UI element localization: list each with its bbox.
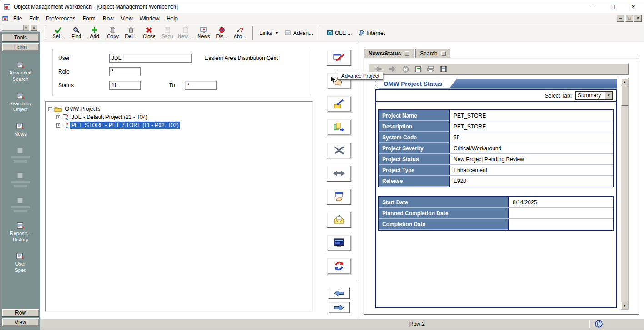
minimize-icon[interactable]: ─ — [582, 0, 603, 13]
omw-action-button-4[interactable] — [327, 119, 351, 135]
close-form-button[interactable]: Close — [140, 25, 158, 41]
tab-news-status[interactable]: News/Status — [364, 49, 414, 58]
menu-help[interactable]: Help — [163, 14, 181, 24]
omw-action-button-1[interactable] — [327, 49, 351, 66]
open-envelope-icon — [333, 215, 345, 225]
vertical-scrollbar[interactable]: ▲ ▼ — [621, 78, 629, 310]
forward-icon[interactable] — [388, 66, 396, 72]
menu-view[interactable]: View — [117, 14, 136, 24]
mdi-minimize-icon[interactable]: ─ — [617, 15, 624, 22]
ole-button[interactable]: OLE ... — [324, 26, 355, 40]
row-button[interactable]: Row — [2, 309, 39, 317]
status-from-input[interactable] — [109, 81, 141, 90]
banner-ribbon — [449, 79, 617, 88]
plus-icon — [91, 27, 98, 33]
dispatch-button[interactable]: Dis... — [213, 25, 231, 41]
back-icon[interactable] — [374, 66, 382, 72]
next-button[interactable] — [328, 302, 350, 313]
advanced-button[interactable]: Advan... — [282, 26, 316, 40]
trash-icon — [127, 27, 135, 33]
tree-node-default-project[interactable]: + JDE - Default Project (21 - T04) — [56, 113, 310, 121]
role-input[interactable] — [109, 67, 141, 76]
expand-icon[interactable]: + — [56, 115, 60, 119]
hand-window-icon — [333, 192, 345, 202]
omw-action-button-10[interactable] — [327, 258, 351, 274]
omw-action-button-6[interactable] — [327, 165, 351, 182]
maximize-icon[interactable]: □ — [603, 0, 623, 13]
omw-action-button-8[interactable] — [327, 212, 351, 228]
stop-icon[interactable] — [402, 66, 409, 73]
omw-action-button-7[interactable] — [327, 188, 351, 205]
select-tab-combo[interactable]: Summary ▼ — [575, 91, 613, 100]
menu-preferences[interactable]: Preferences — [42, 14, 79, 24]
menu-window[interactable]: Window — [136, 14, 163, 24]
chevron-down-icon[interactable]: ▼ — [605, 92, 612, 99]
scroll-down-icon[interactable]: ▼ — [621, 302, 628, 309]
menu-form[interactable]: Form — [79, 14, 99, 24]
menu-row[interactable]: Row — [99, 14, 117, 24]
table-row: Planned Completion Date — [379, 208, 613, 219]
status-label: Status — [58, 82, 109, 89]
mdi-close-icon[interactable]: × — [634, 15, 642, 22]
toolbar-combo[interactable]: ▼ — [2, 25, 29, 31]
chevron-down-icon: ▼ — [275, 31, 279, 35]
table-row: Project Severity Critical/Workaround — [379, 143, 613, 154]
selected-tree-node[interactable]: PET_STORE - PET_STORE (11 - P02, T02) — [70, 122, 180, 129]
menu-file[interactable]: File — [10, 14, 25, 24]
project-panel: User Eastern Area Distribution Cent Role… — [40, 42, 319, 318]
app-window: Object Management Workbench - [Object Ma… — [0, 0, 644, 330]
title-bar: Object Management Workbench - [Object Ma… — [0, 0, 644, 13]
status-bar: Row:2 — [40, 318, 644, 330]
sidebar-item-repository-history[interactable]: Reposit... History — [10, 222, 31, 243]
tools-button[interactable]: Tools — [2, 34, 39, 42]
sequence-page-icon — [164, 27, 171, 33]
print-icon[interactable] — [427, 66, 434, 72]
expand-icon[interactable]: + — [56, 123, 60, 128]
mdi-restore-icon[interactable]: □ — [625, 15, 633, 22]
sidebar-item-user-spec[interactable]: User Spec — [15, 253, 26, 274]
find-icon — [73, 27, 80, 33]
sequence-button: Segu — [158, 25, 176, 41]
close-icon[interactable]: × — [623, 0, 644, 13]
delete-button[interactable]: Del... — [122, 25, 140, 41]
tree-node-pet-store[interactable]: + PET_STORE - PET_STORE (11 - P02, T02) — [56, 121, 310, 129]
arrow-right-icon — [334, 304, 344, 311]
links-dropdown[interactable]: Links ▼ — [256, 26, 282, 40]
toolbar-separator — [252, 26, 253, 40]
statusbar-separator — [589, 320, 590, 328]
tree-root[interactable]: - OMW Projects — [48, 105, 310, 113]
tab-search[interactable]: Search — [415, 49, 450, 58]
sidebar-item-advanced-search[interactable]: Advanced Search — [10, 62, 32, 83]
form-button[interactable]: Form — [2, 43, 39, 51]
scrollbar-thumb[interactable] — [621, 86, 628, 106]
news-button[interactable]: News — [195, 25, 213, 41]
about-button[interactable]: ? Abo... — [231, 25, 249, 41]
omw-action-button-9[interactable] — [327, 235, 351, 251]
user-input[interactable] — [109, 54, 192, 63]
toolbar-grip[interactable] — [44, 27, 45, 39]
sidebar-item-disabled-2 — [11, 172, 30, 187]
add-button[interactable]: Add — [85, 25, 104, 41]
find-button[interactable]: Find — [67, 25, 85, 41]
view-button[interactable]: View — [2, 318, 39, 326]
menu-edit[interactable]: Edit — [25, 14, 42, 24]
scroll-up-icon[interactable]: ▲ — [621, 78, 628, 85]
previous-button[interactable] — [328, 287, 350, 299]
copy-button[interactable]: Copy — [104, 25, 122, 41]
toolbar-close-icon[interactable]: × — [30, 25, 37, 31]
internet-button[interactable]: Internet — [355, 26, 388, 40]
status-to-input[interactable] — [185, 81, 217, 90]
copy-icon — [109, 27, 116, 33]
table-row: System Code 55 — [379, 132, 613, 143]
panel-tabs: News/Status Search — [363, 49, 639, 58]
omw-action-button-3[interactable] — [327, 96, 351, 112]
refresh-icon[interactable] — [415, 66, 421, 73]
sidebar: ▼ × Tools Form Advanced Search Search by… — [0, 24, 40, 330]
sidebar-item-search-by-object[interactable]: Search by Object — [9, 93, 32, 113]
sidebar-item-news[interactable]: News — [14, 123, 27, 138]
select-button[interactable]: Sel... — [49, 25, 67, 41]
save-icon[interactable] — [440, 66, 447, 72]
omw-action-button-5[interactable] — [327, 142, 351, 158]
tab-window-icon — [405, 51, 409, 56]
collapse-icon[interactable]: - — [48, 107, 52, 111]
